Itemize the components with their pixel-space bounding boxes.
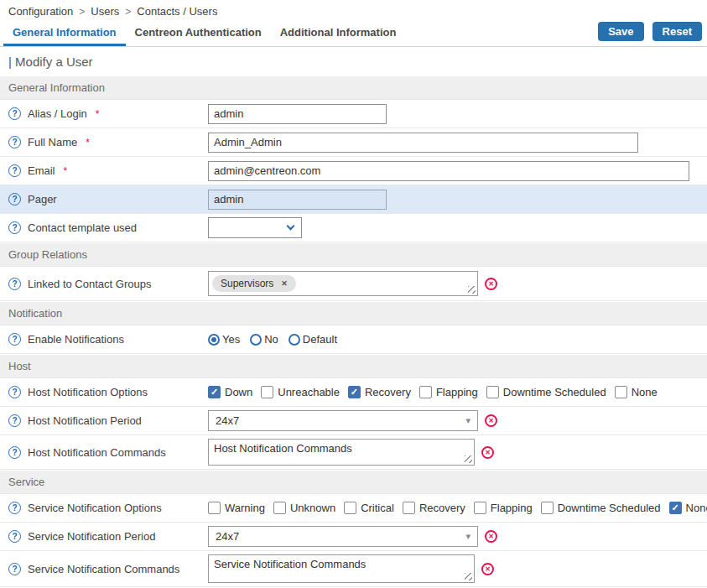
checkbox-option-none[interactable]: None: [615, 386, 658, 398]
remove-icon[interactable]: ✕: [485, 278, 497, 290]
contact-groups-label: Linked to Contact Groups: [28, 278, 151, 290]
checkbox-icon: [261, 386, 273, 398]
row-enable-notifications: ? Enable Notifications Yes No Default: [0, 325, 707, 354]
save-button[interactable]: Save: [598, 22, 643, 41]
checkbox-option-unknown[interactable]: Unknown: [273, 502, 335, 514]
breadcrumb-item-configuration[interactable]: Configuration: [8, 5, 73, 18]
help-icon[interactable]: ?: [8, 193, 21, 206]
service-options-label: Service Notification Options: [28, 502, 162, 514]
service-period-select[interactable]: 24x7 ▾: [208, 526, 478, 547]
help-icon[interactable]: ?: [8, 530, 21, 543]
email-input[interactable]: [208, 161, 689, 181]
radio-icon: [250, 334, 262, 346]
help-icon[interactable]: ?: [8, 221, 21, 234]
host-period-select[interactable]: 24x7 ▾: [208, 410, 478, 431]
tab-centreon-authentication[interactable]: Centreon Authentication: [126, 21, 271, 46]
row-host-notification-options: ? Host Notification Options Down Unreach…: [0, 378, 707, 407]
breadcrumb-separator: >: [79, 6, 85, 18]
contact-template-select[interactable]: [208, 217, 302, 238]
label-cell: ? Linked to Contact Groups: [0, 278, 208, 290]
breadcrumb-item-contacts-users[interactable]: Contacts / Users: [137, 5, 217, 18]
checkbox-option-warning[interactable]: Warning: [208, 502, 265, 514]
checkbox-icon: [669, 502, 682, 514]
label-cell: ? Service Notification Options: [0, 502, 208, 514]
service-commands-label: Service Notification Commands: [28, 563, 179, 575]
section-notification: Notification: [0, 302, 707, 325]
chip-close-icon[interactable]: ✕: [281, 279, 288, 288]
help-icon[interactable]: ?: [8, 278, 21, 290]
help-icon[interactable]: ?: [8, 333, 21, 346]
pager-label: Pager: [28, 193, 57, 206]
help-icon[interactable]: ?: [8, 164, 21, 177]
field-cell: [208, 186, 707, 213]
row-service-notification-commands: ? Service Notification Commands Service …: [0, 551, 707, 587]
checkbox-icon: [474, 502, 486, 514]
checkbox-icon: [348, 386, 361, 398]
checkbox-label: Critical: [361, 502, 394, 514]
tab-additional-information[interactable]: Additional Information: [271, 21, 406, 46]
dropdown-arrow-icon: ▾: [465, 415, 470, 426]
required-asterisk: *: [64, 165, 68, 177]
label-cell: ? Pager: [0, 193, 208, 206]
remove-icon[interactable]: ✕: [485, 414, 497, 427]
checkbox-option-downtime-scheduled[interactable]: Downtime Scheduled: [541, 502, 661, 514]
label-cell: ? Alias / Login *: [0, 107, 208, 120]
field-cell: [208, 158, 707, 185]
help-icon[interactable]: ?: [8, 386, 21, 398]
checkbox-label: Flapping: [491, 502, 533, 514]
radio-option-default[interactable]: Default: [289, 333, 337, 346]
row-service-notification-options: ? Service Notification Options Warning U…: [0, 494, 707, 523]
service-commands-textarea[interactable]: Service Notification Commands: [208, 554, 475, 583]
service-options-checkbox-group: Warning Unknown Critical Recovery Flappi…: [208, 502, 707, 514]
checkbox-option-flapping[interactable]: Flapping: [419, 386, 478, 398]
tab-actions: Save Reset: [598, 21, 707, 46]
checkbox-option-none[interactable]: None: [669, 502, 707, 514]
help-icon[interactable]: ?: [8, 563, 21, 575]
resize-handle[interactable]: [468, 286, 476, 294]
full-name-input[interactable]: [208, 133, 638, 153]
service-period-value: 24x7: [216, 530, 239, 543]
checkbox-option-down[interactable]: Down: [208, 386, 252, 398]
help-icon[interactable]: ?: [8, 414, 21, 427]
radio-option-no[interactable]: No: [250, 333, 278, 346]
checkbox-label: Warning: [225, 502, 265, 514]
resize-handle[interactable]: [465, 455, 472, 463]
help-icon[interactable]: ?: [8, 136, 21, 148]
pager-input[interactable]: [208, 190, 387, 210]
remove-icon[interactable]: ✕: [481, 563, 494, 575]
remove-icon[interactable]: ✕: [485, 530, 497, 543]
checkbox-option-flapping[interactable]: Flapping: [474, 502, 533, 514]
checkbox-label: Flapping: [436, 386, 478, 398]
checkbox-option-critical[interactable]: Critical: [344, 502, 394, 514]
host-commands-textarea[interactable]: Host Notification Commands: [208, 439, 475, 466]
label-cell: ? Host Notification Options: [0, 386, 208, 398]
remove-icon[interactable]: ✕: [481, 446, 494, 459]
row-email: ? Email *: [0, 157, 707, 185]
help-icon[interactable]: ?: [8, 107, 21, 120]
enable-notifications-radio-group: Yes No Default: [208, 333, 337, 346]
contact-groups-multiselect[interactable]: Supervisors ✕: [208, 271, 478, 296]
checkbox-option-recovery[interactable]: Recovery: [348, 386, 411, 398]
help-icon[interactable]: ?: [8, 502, 21, 514]
checkbox-icon: [541, 502, 554, 514]
checkbox-option-recovery[interactable]: Recovery: [403, 502, 465, 514]
host-commands-value: Host Notification Commands: [214, 442, 352, 455]
radio-option-yes[interactable]: Yes: [208, 333, 240, 346]
checkbox-option-downtime-scheduled[interactable]: Downtime Scheduled: [486, 386, 606, 398]
checkbox-label: None: [686, 502, 707, 514]
tab-general-information[interactable]: General Information: [3, 21, 126, 46]
label-cell: ? Full Name *: [0, 136, 208, 148]
alias-login-input[interactable]: [208, 104, 387, 124]
checkbox-label: None: [632, 386, 658, 398]
reset-button[interactable]: Reset: [652, 22, 702, 41]
row-host-notification-period: ? Host Notification Period 24x7 ▾ ✕: [0, 407, 707, 435]
checkbox-icon: [419, 386, 432, 398]
help-icon[interactable]: ?: [8, 446, 21, 459]
checkbox-label: Downtime Scheduled: [503, 386, 606, 398]
breadcrumb-item-users[interactable]: Users: [91, 5, 119, 18]
resize-handle[interactable]: [465, 573, 472, 580]
label-cell: ? Host Notification Period: [0, 414, 208, 427]
label-cell: ? Service Notification Commands: [0, 563, 208, 575]
checkbox-option-unreachable[interactable]: Unreachable: [261, 386, 340, 398]
chip-label: Supervisors: [221, 278, 273, 289]
